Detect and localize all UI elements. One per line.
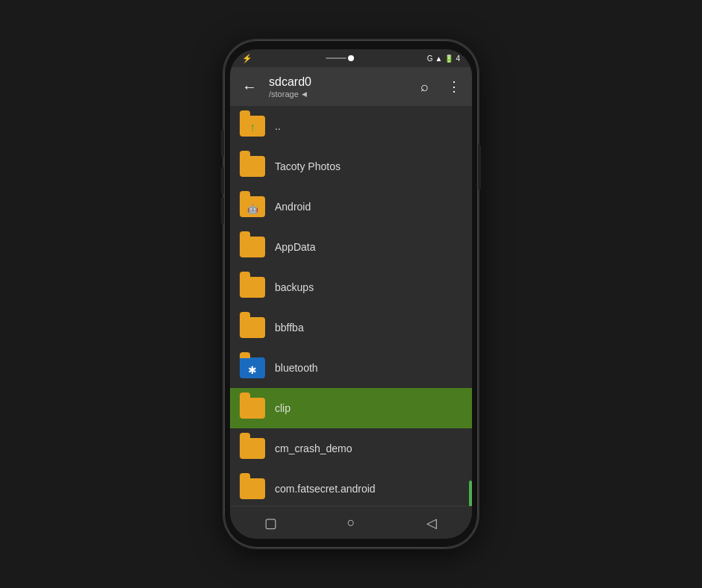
folder-icon-wrap: [239, 395, 266, 422]
list-item[interactable]: Tacoty Photos: [230, 146, 472, 187]
folder-icon-wrap: [239, 475, 266, 502]
file-name-label: bluetooth: [275, 362, 463, 374]
bluetooth-badge-icon: ✱: [248, 364, 257, 376]
status-center: [326, 55, 354, 61]
folder-icon-wrap: [239, 234, 266, 260]
back-button[interactable]: ←: [236, 73, 263, 100]
list-item[interactable]: com.fatsecret.android: [230, 469, 472, 506]
top-bar: ← sdcard0 /storage ◀ ⌕ ⋮: [230, 67, 472, 106]
signal-g-text: G: [427, 54, 433, 63]
folder-icon-wrap: ↑: [239, 113, 266, 140]
status-bar: ⚡ G ▲ 🔋 4: [230, 49, 472, 67]
folder-icon-wrap: 🤖: [239, 193, 266, 220]
title-block: sdcard0 /storage ◀: [269, 75, 406, 98]
list-item[interactable]: ↑..: [230, 106, 472, 146]
android-badge-icon: 🤖: [247, 204, 258, 214]
file-name-label: cm_crash_demo: [275, 442, 463, 454]
file-name-label: bbffba: [275, 322, 463, 334]
list-item[interactable]: ✱bluetooth: [230, 348, 472, 388]
folder-icon-wrap: ✱: [239, 354, 266, 381]
file-name-label: backups: [275, 281, 463, 293]
file-name-label: clip: [275, 402, 463, 414]
battery-level: 4: [456, 54, 460, 63]
file-name-label: AppData: [275, 241, 463, 253]
no-signal-icon: ◀: [302, 90, 307, 98]
folder-icon-wrap: [239, 435, 266, 462]
phone-screen: ⚡ G ▲ 🔋 4 ← sdcard0 /storage ◀: [230, 49, 472, 539]
file-name-label: com.fatsecret.android: [275, 483, 463, 495]
file-list[interactable]: ↑..Tacoty Photos🤖AndroidAppDatabackupsbb…: [230, 106, 472, 506]
recents-button[interactable]: ▢: [252, 510, 288, 537]
folder-icon-wrap: [239, 274, 266, 301]
file-name-label: Android: [275, 201, 463, 213]
scroll-indicator: [469, 481, 472, 506]
list-item[interactable]: 🤖Android: [230, 187, 472, 227]
usb-icon: ⚡: [242, 54, 252, 63]
page-title: sdcard0: [269, 75, 406, 89]
list-item[interactable]: backups: [230, 267, 472, 307]
search-button[interactable]: ⌕: [412, 75, 436, 98]
file-name-label: ..: [275, 120, 463, 132]
list-item[interactable]: clip: [230, 388, 472, 428]
status-right: G ▲ 🔋 4: [427, 54, 460, 63]
battery-icon: 🔋: [444, 54, 453, 63]
list-item[interactable]: bbffba: [230, 307, 472, 348]
signal-bars: ▲: [435, 54, 443, 63]
top-actions: ⌕ ⋮: [412, 75, 466, 98]
back-nav-button[interactable]: ◁: [414, 510, 450, 537]
list-item[interactable]: cm_crash_demo: [230, 428, 472, 469]
folder-icon-wrap: [239, 314, 266, 341]
page-subtitle: /storage ◀: [269, 90, 406, 98]
file-name-label: Tacoty Photos: [275, 160, 463, 172]
more-button[interactable]: ⋮: [442, 75, 466, 98]
nav-bar: ▢ ○ ◁: [230, 506, 472, 539]
up-arrow-icon: ↑: [249, 121, 255, 134]
status-left: ⚡: [242, 54, 252, 63]
list-item[interactable]: AppData: [230, 227, 472, 267]
home-button[interactable]: ○: [333, 510, 369, 537]
phone-frame: ⚡ G ▲ 🔋 4 ← sdcard0 /storage ◀: [224, 40, 478, 548]
folder-icon-wrap: [239, 153, 266, 180]
